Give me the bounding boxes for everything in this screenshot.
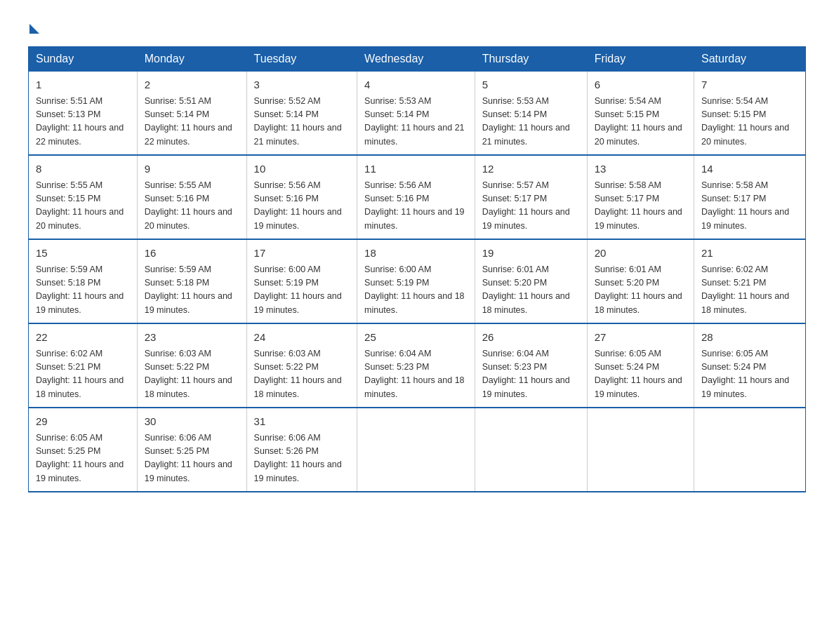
- day-info: Sunrise: 6:02 AMSunset: 5:21 PMDaylight:…: [701, 263, 798, 318]
- day-number: 1: [36, 77, 130, 93]
- day-number: 4: [364, 77, 468, 93]
- day-number: 13: [595, 161, 687, 177]
- calendar-cell: 24Sunrise: 6:03 AMSunset: 5:22 PMDayligh…: [246, 323, 357, 408]
- header-wednesday: Wednesday: [357, 47, 475, 72]
- day-number: 25: [364, 330, 468, 346]
- day-info: Sunrise: 6:03 AMSunset: 5:22 PMDaylight:…: [145, 347, 239, 402]
- day-number: 26: [482, 330, 580, 346]
- calendar-week-row: 22Sunrise: 6:02 AMSunset: 5:21 PMDayligh…: [29, 323, 806, 408]
- calendar-cell: 21Sunrise: 6:02 AMSunset: 5:21 PMDayligh…: [694, 239, 806, 323]
- header-friday: Friday: [587, 47, 694, 72]
- day-info: Sunrise: 6:05 AMSunset: 5:24 PMDaylight:…: [595, 347, 687, 402]
- day-number: 9: [145, 161, 239, 177]
- calendar-cell: [357, 408, 475, 492]
- day-info: Sunrise: 5:51 AMSunset: 5:14 PMDaylight:…: [145, 95, 239, 149]
- day-number: 12: [482, 161, 580, 177]
- day-info: Sunrise: 5:55 AMSunset: 5:16 PMDaylight:…: [145, 179, 239, 234]
- calendar-cell: 16Sunrise: 5:59 AMSunset: 5:18 PMDayligh…: [137, 239, 246, 323]
- day-info: Sunrise: 5:59 AMSunset: 5:18 PMDaylight:…: [145, 263, 239, 318]
- day-info: Sunrise: 5:56 AMSunset: 5:16 PMDaylight:…: [364, 179, 468, 234]
- calendar-cell: 22Sunrise: 6:02 AMSunset: 5:21 PMDayligh…: [29, 323, 138, 408]
- calendar-cell: 1Sunrise: 5:51 AMSunset: 5:13 PMDaylight…: [29, 72, 138, 156]
- day-info: Sunrise: 5:52 AMSunset: 5:14 PMDaylight:…: [254, 95, 350, 149]
- calendar-cell: 25Sunrise: 6:04 AMSunset: 5:23 PMDayligh…: [357, 323, 475, 408]
- calendar-cell: 23Sunrise: 6:03 AMSunset: 5:22 PMDayligh…: [137, 323, 246, 408]
- day-number: 2: [145, 77, 239, 93]
- header-monday: Monday: [137, 47, 246, 72]
- calendar-week-row: 29Sunrise: 6:05 AMSunset: 5:25 PMDayligh…: [29, 408, 806, 492]
- calendar-cell: 3Sunrise: 5:52 AMSunset: 5:14 PMDaylight…: [246, 72, 357, 156]
- calendar-week-row: 1Sunrise: 5:51 AMSunset: 5:13 PMDaylight…: [29, 72, 806, 156]
- calendar-cell: 6Sunrise: 5:54 AMSunset: 5:15 PMDaylight…: [587, 72, 694, 156]
- day-number: 16: [145, 246, 239, 262]
- calendar-cell: 12Sunrise: 5:57 AMSunset: 5:17 PMDayligh…: [475, 155, 587, 239]
- day-number: 18: [364, 246, 468, 262]
- day-number: 17: [254, 246, 350, 262]
- header-tuesday: Tuesday: [246, 47, 357, 72]
- day-info: Sunrise: 5:55 AMSunset: 5:15 PMDaylight:…: [36, 179, 130, 234]
- day-number: 3: [254, 77, 350, 93]
- day-info: Sunrise: 5:58 AMSunset: 5:17 PMDaylight:…: [595, 179, 687, 234]
- calendar-cell: 19Sunrise: 6:01 AMSunset: 5:20 PMDayligh…: [475, 239, 587, 323]
- header-sunday: Sunday: [29, 47, 138, 72]
- day-number: 5: [482, 77, 580, 93]
- calendar-cell: 11Sunrise: 5:56 AMSunset: 5:16 PMDayligh…: [357, 155, 475, 239]
- calendar-week-row: 8Sunrise: 5:55 AMSunset: 5:15 PMDaylight…: [29, 155, 806, 239]
- calendar-cell: 13Sunrise: 5:58 AMSunset: 5:17 PMDayligh…: [587, 155, 694, 239]
- day-number: 30: [145, 414, 239, 430]
- header-thursday: Thursday: [475, 47, 587, 72]
- day-number: 15: [36, 246, 130, 262]
- day-number: 8: [36, 161, 130, 177]
- day-info: Sunrise: 6:01 AMSunset: 5:20 PMDaylight:…: [595, 263, 687, 318]
- day-number: 29: [36, 414, 130, 430]
- day-number: 20: [595, 246, 687, 262]
- day-number: 11: [364, 161, 468, 177]
- day-number: 14: [701, 161, 798, 177]
- calendar-cell: 30Sunrise: 6:06 AMSunset: 5:25 PMDayligh…: [137, 408, 246, 492]
- calendar-cell: 26Sunrise: 6:04 AMSunset: 5:23 PMDayligh…: [475, 323, 587, 408]
- day-info: Sunrise: 6:02 AMSunset: 5:21 PMDaylight:…: [36, 347, 130, 402]
- calendar-header-row: SundayMondayTuesdayWednesdayThursdayFrid…: [29, 47, 806, 72]
- day-number: 21: [701, 246, 798, 262]
- calendar-cell: [694, 408, 806, 492]
- day-info: Sunrise: 5:58 AMSunset: 5:17 PMDaylight:…: [701, 179, 798, 234]
- day-info: Sunrise: 5:54 AMSunset: 5:15 PMDaylight:…: [701, 95, 798, 149]
- calendar-cell: 18Sunrise: 6:00 AMSunset: 5:19 PMDayligh…: [357, 239, 475, 323]
- day-info: Sunrise: 6:03 AMSunset: 5:22 PMDaylight:…: [254, 347, 350, 402]
- calendar-cell: 20Sunrise: 6:01 AMSunset: 5:20 PMDayligh…: [587, 239, 694, 323]
- calendar-cell: 28Sunrise: 6:05 AMSunset: 5:24 PMDayligh…: [694, 323, 806, 408]
- day-info: Sunrise: 6:00 AMSunset: 5:19 PMDaylight:…: [364, 263, 468, 318]
- day-info: Sunrise: 6:06 AMSunset: 5:25 PMDaylight:…: [145, 431, 239, 486]
- day-number: 28: [701, 330, 798, 346]
- day-number: 6: [595, 77, 687, 93]
- calendar-cell: 5Sunrise: 5:53 AMSunset: 5:14 PMDaylight…: [475, 72, 587, 156]
- day-info: Sunrise: 5:59 AMSunset: 5:18 PMDaylight:…: [36, 263, 130, 318]
- calendar-week-row: 15Sunrise: 5:59 AMSunset: 5:18 PMDayligh…: [29, 239, 806, 323]
- calendar-table: SundayMondayTuesdayWednesdayThursdayFrid…: [28, 46, 806, 492]
- calendar-cell: [475, 408, 587, 492]
- day-info: Sunrise: 6:05 AMSunset: 5:25 PMDaylight:…: [36, 431, 130, 486]
- calendar-cell: 7Sunrise: 5:54 AMSunset: 5:15 PMDaylight…: [694, 72, 806, 156]
- logo: [28, 21, 39, 32]
- page-header: [28, 21, 806, 32]
- day-info: Sunrise: 5:57 AMSunset: 5:17 PMDaylight:…: [482, 179, 580, 234]
- day-info: Sunrise: 6:05 AMSunset: 5:24 PMDaylight:…: [701, 347, 798, 402]
- calendar-cell: 31Sunrise: 6:06 AMSunset: 5:26 PMDayligh…: [246, 408, 357, 492]
- calendar-cell: 29Sunrise: 6:05 AMSunset: 5:25 PMDayligh…: [29, 408, 138, 492]
- day-info: Sunrise: 6:00 AMSunset: 5:19 PMDaylight:…: [254, 263, 350, 318]
- day-number: 24: [254, 330, 350, 346]
- day-number: 23: [145, 330, 239, 346]
- day-number: 7: [701, 77, 798, 93]
- day-info: Sunrise: 6:06 AMSunset: 5:26 PMDaylight:…: [254, 431, 350, 486]
- day-number: 31: [254, 414, 350, 430]
- calendar-cell: 17Sunrise: 6:00 AMSunset: 5:19 PMDayligh…: [246, 239, 357, 323]
- day-info: Sunrise: 5:56 AMSunset: 5:16 PMDaylight:…: [254, 179, 350, 234]
- day-info: Sunrise: 5:54 AMSunset: 5:15 PMDaylight:…: [595, 95, 687, 149]
- day-number: 10: [254, 161, 350, 177]
- calendar-cell: 9Sunrise: 5:55 AMSunset: 5:16 PMDaylight…: [137, 155, 246, 239]
- logo-arrow-icon: [29, 24, 39, 34]
- calendar-cell: 27Sunrise: 6:05 AMSunset: 5:24 PMDayligh…: [587, 323, 694, 408]
- calendar-cell: 4Sunrise: 5:53 AMSunset: 5:14 PMDaylight…: [357, 72, 475, 156]
- day-info: Sunrise: 6:04 AMSunset: 5:23 PMDaylight:…: [482, 347, 580, 402]
- day-number: 19: [482, 246, 580, 262]
